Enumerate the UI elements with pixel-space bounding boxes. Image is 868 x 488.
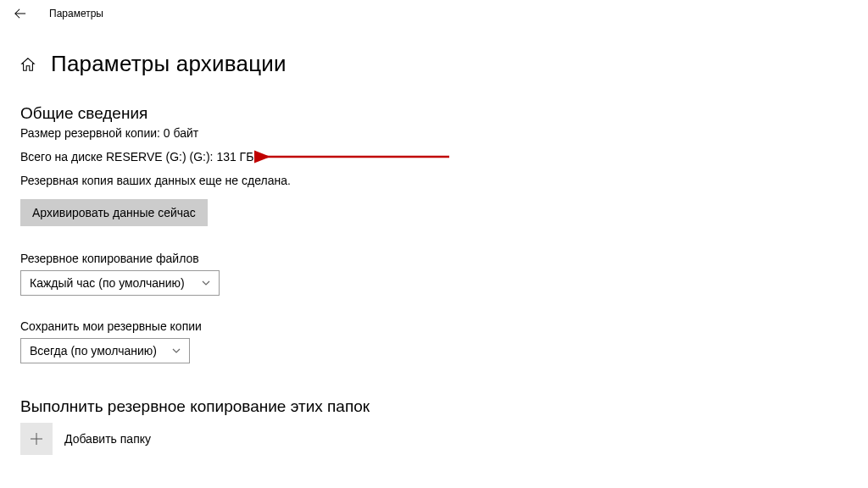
frequency-dropdown[interactable]: Каждый час (по умолчанию)	[20, 270, 220, 296]
add-folder-button[interactable]	[20, 423, 53, 455]
window-title: Параметры	[49, 8, 103, 19]
retention-dropdown[interactable]: Всегда (по умолчанию)	[20, 338, 190, 363]
arrow-left-icon	[14, 8, 26, 19]
page-header: Параметры архивации	[20, 51, 848, 77]
backup-size-line: Размер резервной копии: 0 байт	[20, 126, 848, 140]
retention-selected: Всегда (по умолчанию)	[30, 344, 157, 358]
home-icon	[20, 57, 36, 72]
backup-now-button[interactable]: Архивировать данные сейчас	[20, 199, 208, 226]
overview-heading: Общие сведения	[20, 104, 848, 123]
home-button[interactable]	[20, 57, 36, 72]
content-area: Параметры архивации Общие сведения Разме…	[0, 51, 868, 455]
titlebar: Параметры	[0, 0, 868, 27]
back-button[interactable]	[7, 0, 34, 27]
chevron-down-icon	[202, 276, 210, 290]
retention-label: Сохранить мои резервные копии	[20, 319, 848, 333]
add-folder-label: Добавить папку	[64, 432, 151, 446]
frequency-selected: Каждый час (по умолчанию)	[30, 276, 185, 290]
page-title: Параметры архивации	[51, 51, 287, 77]
disk-total-line: Всего на диске RESERVE (G:) (G:): 131 ГБ	[20, 150, 848, 164]
frequency-label: Резервное копирование файлов	[20, 252, 848, 265]
add-folder-row: Добавить папку	[20, 423, 848, 455]
folders-heading: Выполнить резервное копирование этих пап…	[20, 397, 848, 416]
chevron-down-icon	[172, 344, 181, 358]
plus-icon	[30, 432, 43, 446]
not-backed-up-line: Резервная копия ваших данных еще не сдел…	[20, 174, 848, 187]
